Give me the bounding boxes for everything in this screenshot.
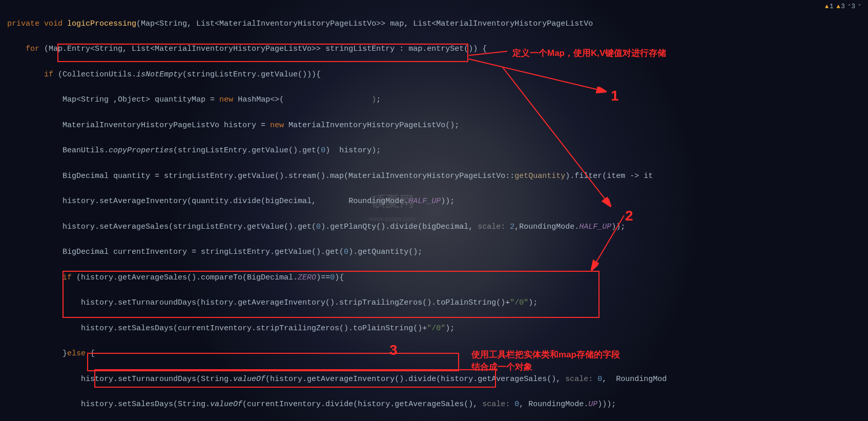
- caret-down-icon: ˅: [858, 3, 861, 12]
- code-line: history.setSalesDays(currentInventory.st…: [7, 323, 861, 335]
- code-line: history.setSalesDays(String.valueOf(curr…: [7, 398, 861, 411]
- warning-icon: ▲: [825, 2, 829, 12]
- warning-badge: ▲3: [836, 2, 844, 12]
- code-line: BigDecimal quantity = stringListEntry.ge…: [7, 170, 861, 183]
- annotation-box-3a: [87, 353, 459, 371]
- code-line: private void logicProcessing(Map<String,…: [7, 18, 861, 31]
- watermark: 硕夏网 www.sxiaw.com: [369, 190, 416, 225]
- code-line: MaterialInventoryHistoryPageListVo histo…: [7, 119, 861, 132]
- code-line: BigDecimal currentInventory = stringList…: [7, 246, 861, 259]
- warning-icon: ▲: [836, 2, 840, 12]
- annotation-number-3: 3: [389, 338, 398, 362]
- code-line: Map<String ,Object> quantityMap = new Ha…: [7, 94, 861, 107]
- annotation-box-1: [57, 44, 468, 62]
- code-line: history.setAverageInventory(quantity.div…: [7, 195, 861, 208]
- code-line: if (CollectionUtils.isNotEmpty(stringLis…: [7, 69, 861, 82]
- code-line: history.setAverageSales(stringListEntry.…: [7, 221, 861, 234]
- inspection-badges[interactable]: ▲1 ▲3 ˄3 ˅: [825, 2, 861, 12]
- annotation-box-3b: [94, 369, 496, 388]
- annotation-text-1: 定义一个Map，使用K,V键值对进行存储: [512, 46, 666, 61]
- annotation-number-1: 1: [611, 84, 619, 108]
- annotation-box-2: [63, 271, 600, 318]
- annotation-text-2b: 结合成一个对象: [471, 360, 532, 374]
- warning-badge: ˄3: [848, 2, 855, 12]
- warning-badge: ▲1: [825, 2, 833, 12]
- caret-up-icon: ˄: [848, 3, 851, 12]
- annotation-number-2: 2: [625, 204, 633, 228]
- code-line: BeanUtils.copyProperties(stringListEntry…: [7, 145, 861, 157]
